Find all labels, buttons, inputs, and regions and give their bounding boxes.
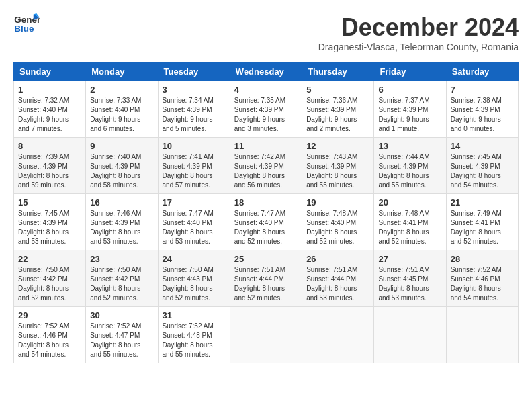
day-info: Sunrise: 7:47 AM Sunset: 4:40 PM Dayligh… <box>234 209 298 246</box>
day-info: Sunrise: 7:35 AM Sunset: 4:39 PM Dayligh… <box>234 96 298 134</box>
day-number: 25 <box>234 254 298 264</box>
table-row: 1 Sunrise: 7:32 AM Sunset: 4:40 PM Dayli… <box>14 81 86 138</box>
day-info: Sunrise: 7:38 AM Sunset: 4:39 PM Dayligh… <box>451 96 514 134</box>
day-info: Sunrise: 7:50 AM Sunset: 4:43 PM Dayligh… <box>163 265 226 303</box>
day-info: Sunrise: 7:32 AM Sunset: 4:40 PM Dayligh… <box>18 96 81 134</box>
day-number: 24 <box>163 254 226 264</box>
table-row: 30 Sunrise: 7:52 AM Sunset: 4:47 PM Dayl… <box>86 307 158 363</box>
day-info: Sunrise: 7:41 AM Sunset: 4:39 PM Dayligh… <box>163 152 226 190</box>
logo-icon: General Blue <box>13 13 40 34</box>
col-sunday: Sunday <box>14 62 86 81</box>
day-number: 16 <box>90 197 153 208</box>
day-info: Sunrise: 7:51 AM Sunset: 4:45 PM Dayligh… <box>378 265 441 303</box>
table-row: 2 Sunrise: 7:33 AM Sunset: 4:40 PM Dayli… <box>86 81 158 138</box>
day-info: Sunrise: 7:43 AM Sunset: 4:39 PM Dayligh… <box>306 152 369 190</box>
day-number: 29 <box>18 310 81 320</box>
table-row: 10 Sunrise: 7:41 AM Sunset: 4:39 PM Dayl… <box>158 138 230 194</box>
table-row: 28 Sunrise: 7:52 AM Sunset: 4:46 PM Dayl… <box>446 250 518 307</box>
table-row: 14 Sunrise: 7:45 AM Sunset: 4:39 PM Dayl… <box>446 138 518 194</box>
table-row: 9 Sunrise: 7:40 AM Sunset: 4:39 PM Dayli… <box>86 138 158 194</box>
day-info: Sunrise: 7:34 AM Sunset: 4:39 PM Dayligh… <box>163 96 226 134</box>
day-info: Sunrise: 7:51 AM Sunset: 4:44 PM Dayligh… <box>234 265 298 303</box>
day-number: 30 <box>90 310 153 320</box>
day-info: Sunrise: 7:44 AM Sunset: 4:39 PM Dayligh… <box>378 152 441 190</box>
day-info: Sunrise: 7:47 AM Sunset: 4:40 PM Dayligh… <box>163 209 226 246</box>
table-row: 11 Sunrise: 7:42 AM Sunset: 4:39 PM Dayl… <box>230 138 302 194</box>
table-row: 29 Sunrise: 7:52 AM Sunset: 4:46 PM Dayl… <box>14 307 86 363</box>
day-info: Sunrise: 7:51 AM Sunset: 4:44 PM Dayligh… <box>306 265 369 303</box>
day-number: 26 <box>306 254 369 264</box>
table-row: 24 Sunrise: 7:50 AM Sunset: 4:43 PM Dayl… <box>158 250 230 307</box>
day-info: Sunrise: 7:46 AM Sunset: 4:39 PM Dayligh… <box>90 209 153 246</box>
day-number: 22 <box>18 254 81 264</box>
day-info: Sunrise: 7:39 AM Sunset: 4:39 PM Dayligh… <box>18 152 81 190</box>
day-number: 11 <box>234 141 298 151</box>
table-row <box>230 307 302 363</box>
day-number: 23 <box>90 254 153 264</box>
day-info: Sunrise: 7:45 AM Sunset: 4:39 PM Dayligh… <box>451 152 514 190</box>
table-row: 22 Sunrise: 7:50 AM Sunset: 4:42 PM Dayl… <box>14 250 86 307</box>
day-info: Sunrise: 7:42 AM Sunset: 4:39 PM Dayligh… <box>234 152 298 190</box>
table-row: 20 Sunrise: 7:48 AM Sunset: 4:41 PM Dayl… <box>374 194 446 250</box>
day-number: 31 <box>163 310 226 320</box>
table-row: 12 Sunrise: 7:43 AM Sunset: 4:39 PM Dayl… <box>302 138 374 194</box>
table-row: 7 Sunrise: 7:38 AM Sunset: 4:39 PM Dayli… <box>446 81 518 138</box>
col-monday: Monday <box>86 62 158 81</box>
calendar-table: Sunday Monday Tuesday Wednesday Thursday… <box>13 62 519 363</box>
day-number: 9 <box>90 141 153 151</box>
table-row: 17 Sunrise: 7:47 AM Sunset: 4:40 PM Dayl… <box>158 194 230 250</box>
month-title: December 2024 <box>318 13 519 42</box>
table-row: 31 Sunrise: 7:52 AM Sunset: 4:48 PM Dayl… <box>158 307 230 363</box>
day-number: 14 <box>451 141 514 151</box>
table-row <box>374 307 446 363</box>
day-info: Sunrise: 7:33 AM Sunset: 4:40 PM Dayligh… <box>90 96 153 134</box>
table-row: 5 Sunrise: 7:36 AM Sunset: 4:39 PM Dayli… <box>302 81 374 138</box>
col-wednesday: Wednesday <box>230 62 302 81</box>
col-tuesday: Tuesday <box>158 62 230 81</box>
table-row: 26 Sunrise: 7:51 AM Sunset: 4:44 PM Dayl… <box>302 250 374 307</box>
table-row: 8 Sunrise: 7:39 AM Sunset: 4:39 PM Dayli… <box>14 138 86 194</box>
day-number: 18 <box>234 197 298 208</box>
day-info: Sunrise: 7:50 AM Sunset: 4:42 PM Dayligh… <box>18 265 81 303</box>
table-row <box>302 307 374 363</box>
table-row: 4 Sunrise: 7:35 AM Sunset: 4:39 PM Dayli… <box>230 81 302 138</box>
calendar-header-row: Sunday Monday Tuesday Wednesday Thursday… <box>14 62 519 81</box>
day-info: Sunrise: 7:45 AM Sunset: 4:39 PM Dayligh… <box>18 209 81 246</box>
day-number: 21 <box>451 197 514 208</box>
day-number: 17 <box>163 197 226 208</box>
day-number: 28 <box>451 254 514 264</box>
day-info: Sunrise: 7:36 AM Sunset: 4:39 PM Dayligh… <box>306 96 369 134</box>
page-header: General Blue December 2024 Draganesti-Vl… <box>13 13 519 59</box>
day-number: 7 <box>451 85 514 95</box>
day-info: Sunrise: 7:50 AM Sunset: 4:42 PM Dayligh… <box>90 265 153 303</box>
day-info: Sunrise: 7:52 AM Sunset: 4:47 PM Dayligh… <box>90 322 153 359</box>
day-number: 20 <box>378 197 441 208</box>
day-info: Sunrise: 7:49 AM Sunset: 4:41 PM Dayligh… <box>451 209 514 246</box>
day-number: 5 <box>306 85 369 95</box>
day-number: 10 <box>163 141 226 151</box>
day-info: Sunrise: 7:52 AM Sunset: 4:48 PM Dayligh… <box>163 322 226 359</box>
calendar-week-row: 1 Sunrise: 7:32 AM Sunset: 4:40 PM Dayli… <box>14 81 519 138</box>
day-number: 19 <box>306 197 369 208</box>
table-row: 13 Sunrise: 7:44 AM Sunset: 4:39 PM Dayl… <box>374 138 446 194</box>
subtitle: Draganesti-Vlasca, Teleorman County, Rom… <box>318 42 519 52</box>
table-row: 25 Sunrise: 7:51 AM Sunset: 4:44 PM Dayl… <box>230 250 302 307</box>
day-number: 15 <box>18 197 81 208</box>
day-number: 12 <box>306 141 369 151</box>
day-info: Sunrise: 7:48 AM Sunset: 4:41 PM Dayligh… <box>378 209 441 246</box>
day-number: 4 <box>234 85 298 95</box>
title-section: December 2024 Draganesti-Vlasca, Teleorm… <box>318 13 519 59</box>
table-row <box>446 307 518 363</box>
day-info: Sunrise: 7:40 AM Sunset: 4:39 PM Dayligh… <box>90 152 153 190</box>
day-number: 27 <box>378 254 441 264</box>
table-row: 18 Sunrise: 7:47 AM Sunset: 4:40 PM Dayl… <box>230 194 302 250</box>
col-friday: Friday <box>374 62 446 81</box>
table-row: 15 Sunrise: 7:45 AM Sunset: 4:39 PM Dayl… <box>14 194 86 250</box>
day-number: 8 <box>18 141 81 151</box>
day-info: Sunrise: 7:37 AM Sunset: 4:39 PM Dayligh… <box>378 96 441 134</box>
calendar-week-row: 8 Sunrise: 7:39 AM Sunset: 4:39 PM Dayli… <box>14 138 519 194</box>
day-number: 13 <box>378 141 441 151</box>
day-number: 6 <box>378 85 441 95</box>
svg-text:Blue: Blue <box>14 24 34 34</box>
day-info: Sunrise: 7:48 AM Sunset: 4:40 PM Dayligh… <box>306 209 369 246</box>
